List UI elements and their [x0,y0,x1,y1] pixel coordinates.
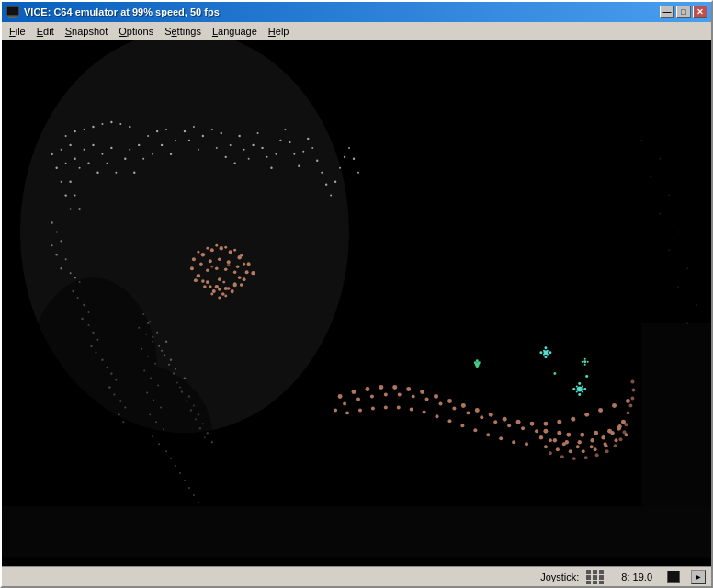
svg-point-169 [165,341,167,343]
menu-item-options[interactable]: Options [113,23,159,40]
svg-point-17 [129,149,130,151]
svg-rect-371 [586,581,591,584]
svg-point-230 [439,401,443,405]
svg-point-20 [133,172,135,174]
svg-point-274 [605,444,608,447]
menu-item-help[interactable]: Help [263,23,295,40]
svg-point-364 [686,322,688,324]
menu-item-snapshot[interactable]: Snapshot [60,23,114,40]
svg-point-201 [447,399,452,403]
svg-rect-367 [599,570,604,574]
svg-point-232 [466,411,470,414]
svg-point-171 [170,358,172,360]
svg-point-60 [334,180,336,182]
svg-point-150 [238,276,242,279]
maximize-button[interactable]: □ [676,6,691,18]
svg-point-76 [69,144,71,146]
svg-point-351 [630,380,634,384]
svg-point-36 [225,156,227,158]
svg-rect-353 [641,323,711,506]
svg-rect-3 [8,17,17,18]
svg-rect-370 [599,575,604,580]
svg-point-264 [578,440,582,444]
svg-point-156 [197,251,199,254]
svg-point-30 [188,140,190,141]
svg-point-360 [668,249,670,251]
svg-point-115 [192,257,196,261]
color-box [667,571,680,583]
svg-point-130 [199,262,203,266]
svg-point-49 [284,129,286,130]
svg-rect-1 [7,7,18,15]
menu-item-language[interactable]: Language [207,23,263,40]
svg-point-72 [55,167,57,169]
svg-point-11 [101,153,103,155]
svg-point-78 [74,130,75,132]
svg-point-292 [584,358,586,360]
svg-point-68 [78,208,80,209]
svg-point-183 [164,355,165,356]
svg-point-126 [215,285,219,288]
svg-point-248 [371,406,375,410]
svg-point-226 [384,392,388,396]
svg-point-227 [398,392,402,396]
close-button[interactable]: ✕ [693,6,707,18]
svg-point-295 [572,388,575,390]
svg-point-205 [503,417,507,422]
title-bar-left: VICE: C64 emulator at 99% speed, 50 fps [6,5,220,19]
svg-point-299 [576,386,578,388]
svg-point-251 [410,407,413,411]
svg-point-131 [209,259,212,263]
svg-point-203 [475,408,480,413]
svg-point-77 [65,135,67,137]
svg-point-40 [233,163,235,164]
svg-point-346 [624,423,628,426]
svg-point-8 [92,144,94,146]
joystick-label: Joystick: [540,571,579,582]
svg-point-67 [74,195,76,197]
svg-point-165 [224,295,227,298]
svg-point-311 [152,341,153,343]
svg-point-52 [298,165,300,167]
svg-point-361 [686,267,688,269]
menu-bar: File Edit Snapshot Options Settings Lang… [2,22,711,40]
svg-point-293 [584,364,586,366]
svg-point-161 [240,254,243,257]
svg-point-73 [65,163,67,164]
menu-item-edit[interactable]: Edit [31,23,60,40]
svg-point-341 [595,453,599,457]
svg-point-194 [352,390,356,394]
scroll-right-button[interactable]: ► [691,570,706,584]
svg-point-309 [138,327,140,329]
svg-point-323 [163,428,164,430]
svg-point-65 [357,172,359,174]
svg-point-249 [384,405,388,409]
svg-point-215 [543,429,548,434]
c64-canvas [2,40,711,566]
svg-point-236 [521,426,525,430]
minimize-button[interactable]: — [660,6,674,18]
menu-item-file[interactable]: File [4,23,31,40]
svg-point-262 [553,438,557,442]
svg-point-163 [210,293,213,296]
svg-point-342 [605,449,609,453]
svg-point-308 [149,321,151,322]
svg-point-166 [231,291,233,294]
svg-point-159 [224,246,227,249]
svg-point-18 [138,144,140,146]
svg-point-300 [582,386,583,388]
svg-point-154 [209,285,212,288]
svg-point-340 [584,456,588,459]
svg-point-22 [156,130,158,132]
svg-point-127 [206,280,209,284]
app-icon [6,5,20,19]
svg-point-10 [87,163,89,164]
svg-rect-366 [593,570,597,574]
svg-point-31 [198,149,199,151]
menu-item-settings[interactable]: Settings [159,23,207,40]
svg-point-27 [175,140,176,141]
window-controls: — □ ✕ [660,6,707,18]
svg-point-136 [240,283,243,287]
svg-point-51 [293,153,295,155]
svg-point-316 [150,378,152,379]
